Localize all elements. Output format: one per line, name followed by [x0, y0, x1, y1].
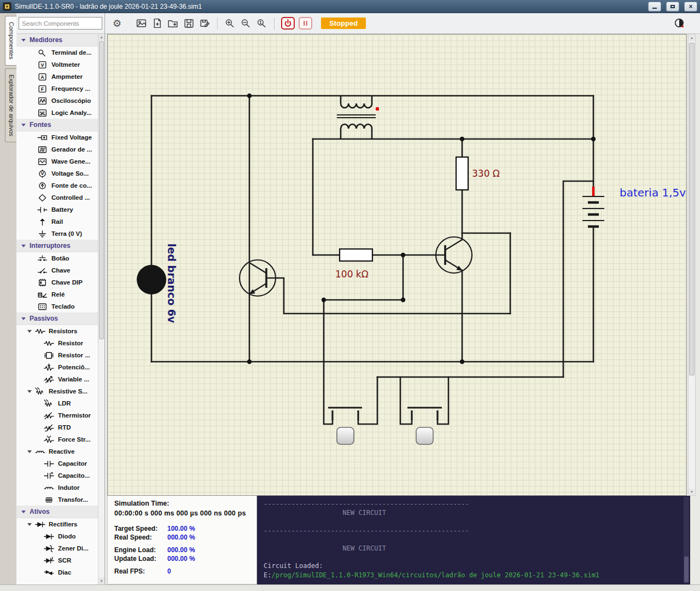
component-item-voltage-so[interactable]: VVoltage So... [16, 167, 98, 179]
component-item-voltmeter[interactable]: VVoltmeter [16, 59, 98, 71]
component-item-fonte-de-co[interactable]: Fonte de co... [16, 179, 98, 192]
component-group-resistive-s[interactable]: Resistive S... [16, 385, 98, 397]
component-item-rtd[interactable]: RTD [16, 421, 98, 433]
scroll-up-icon[interactable]: ▲ [689, 34, 695, 41]
circuit-canvas[interactable]: 330 Ω 100 kΩ bateria 1,5v led branco 6v [107, 34, 687, 496]
component-category-interruptores[interactable]: Interruptores [16, 240, 98, 252]
button-cap[interactable] [337, 427, 354, 444]
collapse-arrow-icon[interactable] [27, 450, 32, 453]
component-item-indutor[interactable]: Indutor [16, 482, 98, 494]
collapse-arrow-icon[interactable] [21, 124, 26, 126]
component-item-wave-gene[interactable]: Wave Gene... [16, 155, 98, 167]
component-item-force-str[interactable]: Force Str... [16, 433, 98, 445]
open-circuit-icon[interactable] [167, 18, 179, 28]
component-category-passivos[interactable]: Passivos [16, 312, 98, 325]
settings-gear-icon[interactable]: ⚙ [113, 18, 121, 30]
maximize-button[interactable] [666, 2, 679, 11]
minimize-button[interactable] [648, 2, 661, 11]
console-panel[interactable]: ----------------------------------------… [257, 496, 690, 584]
component-item-diodo[interactable]: Diodo [16, 530, 98, 542]
component-item-potenci[interactable]: Potenciô... [16, 361, 98, 373]
tree-scrollbar-thumb[interactable] [99, 41, 104, 339]
component-tree[interactable]: MedidoresTerminal de...VVoltmeterAAmpmet… [16, 34, 98, 584]
collapse-arrow-icon[interactable] [27, 523, 32, 526]
save-circuit-icon[interactable] [183, 18, 195, 28]
power-button[interactable] [281, 17, 295, 30]
component-category-medidores[interactable]: Medidores [16, 34, 98, 47]
close-button[interactable]: × [684, 2, 697, 11]
tree-scrollbar[interactable]: ▲ ▼ [98, 34, 104, 584]
component-item-gerador-de[interactable]: Gerador de ... [16, 143, 98, 155]
transistor-q1-component[interactable] [240, 260, 278, 296]
collapse-arrow-icon[interactable] [21, 511, 26, 513]
pause-button[interactable] [299, 17, 312, 30]
tab-file-explorer[interactable]: Explorador de arquivos [5, 68, 16, 142]
scroll-down-icon[interactable]: ▼ [689, 489, 695, 495]
collapse-arrow-icon[interactable] [27, 330, 32, 333]
component-item-terminal-de[interactable]: Terminal de... [16, 47, 98, 59]
wire[interactable] [438, 377, 448, 424]
push-button-2-component[interactable] [407, 408, 442, 444]
search-input[interactable] [19, 17, 102, 30]
component-item-controlled[interactable]: Controlled ... [16, 192, 98, 204]
zoom-in-icon[interactable] [224, 18, 236, 28]
push-button-1-component[interactable] [328, 408, 362, 444]
zoom-out-icon[interactable] [240, 18, 252, 28]
component-item-chave-dip[interactable]: Chave DIP [16, 276, 98, 288]
resistor-330-component[interactable] [456, 157, 468, 190]
new-circuit-icon[interactable] [151, 18, 163, 28]
component-item-rail[interactable]: Rail [16, 216, 98, 228]
component-item-rel[interactable]: Relé [16, 288, 98, 300]
component-item-logic-analy[interactable]: Logic Analy... [16, 107, 98, 119]
tab-components[interactable]: Componentes [5, 16, 16, 66]
led-component[interactable] [137, 265, 166, 294]
zoom-one-icon[interactable]: 1 [256, 18, 267, 28]
component-item-thermistor[interactable]: Thermistor [16, 409, 98, 421]
component-item-terra-0-v[interactable]: Terra (0 V) [16, 228, 98, 240]
collapse-arrow-icon[interactable] [21, 39, 26, 42]
component-item-battery[interactable]: Battery [16, 204, 98, 216]
component-item-chave[interactable]: Chave [16, 264, 98, 276]
component-category-ativos[interactable]: Ativos [16, 506, 98, 518]
scroll-down-icon[interactable]: ▼ [98, 578, 104, 584]
transistor-q2-component[interactable] [435, 237, 472, 273]
component-item-frequency[interactable]: FFrequency ... [16, 83, 98, 95]
console-scrollbar[interactable] [684, 497, 689, 583]
canvas-vertical-scrollbar[interactable]: ▲ ▼ [688, 34, 696, 496]
wire[interactable] [400, 377, 412, 424]
contrast-icon[interactable] [674, 18, 685, 28]
collapse-arrow-icon[interactable] [21, 245, 26, 247]
component-item-scr[interactable]: SCR [16, 554, 98, 566]
wire[interactable] [358, 377, 377, 424]
component-item-resistor[interactable]: Resistor ... [16, 349, 98, 361]
collapse-arrow-icon[interactable] [27, 390, 32, 393]
component-item-oscilosc-pio[interactable]: Osciloscópio [16, 95, 98, 107]
export-image-icon[interactable] [136, 18, 147, 28]
component-category-fontes[interactable]: Fontes [16, 119, 98, 131]
component-item-fixed-voltage[interactable]: Fixed Voltage [16, 131, 98, 143]
component-item-bot-o[interactable]: Botão [16, 252, 98, 264]
component-item-variable[interactable]: Variable ... [16, 373, 98, 385]
wire[interactable] [278, 278, 510, 314]
component-item-ldr[interactable]: LDR [16, 397, 98, 409]
save-circuit-as-icon[interactable] [199, 18, 211, 28]
collapse-arrow-icon[interactable] [21, 317, 26, 320]
component-group-resistors[interactable]: Resistors [16, 325, 98, 337]
component-item-ampmeter[interactable]: AAmpmeter [16, 71, 98, 83]
resistor-100k-component[interactable] [340, 249, 372, 261]
scroll-up-icon[interactable]: ▲ [98, 34, 104, 40]
component-item-transfor[interactable]: Transfor... [16, 494, 98, 506]
component-group-reactive[interactable]: Reactive [16, 445, 98, 457]
canvas-scrollbar-thumb[interactable] [689, 43, 695, 375]
component-group-rectifiers[interactable]: Rectifiers [16, 518, 98, 530]
component-item-diac[interactable]: Diac [16, 566, 98, 578]
battery-component[interactable] [582, 187, 604, 227]
wire[interactable] [563, 181, 593, 377]
transformer-component[interactable] [337, 96, 379, 139]
component-item-resistor[interactable]: Resistor [16, 337, 98, 349]
component-item-capacito[interactable]: Capacito... [16, 470, 98, 482]
component-item-zener-di[interactable]: Zener Di... [16, 542, 98, 554]
component-item-teclado[interactable]: Teclado [16, 300, 98, 312]
button-cap[interactable] [416, 427, 433, 444]
component-item-capacitor[interactable]: Capacitor [16, 457, 98, 470]
